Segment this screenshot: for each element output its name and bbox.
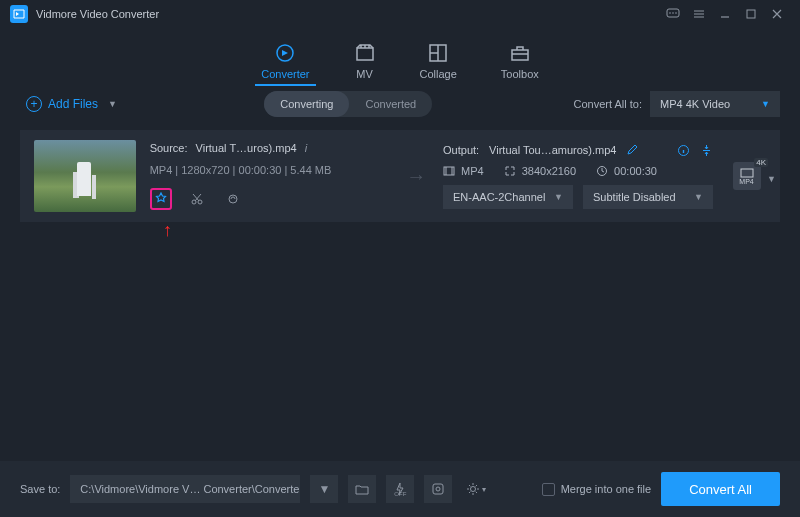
output-profile-button[interactable]: 4K MP4 ▼ [727,162,766,190]
video-thumbnail[interactable] [34,140,136,212]
svg-rect-16 [433,484,443,494]
edit-effects-button[interactable] [150,188,172,210]
collage-icon [427,42,449,64]
save-to-label: Save to: [20,483,60,495]
settings-button[interactable]: ▾ [462,475,490,503]
mv-icon [354,42,376,64]
app-title: Vidmore Video Converter [36,8,159,20]
format-value: MP4 4K Video [660,98,730,110]
quality-badge: 4K [754,158,768,167]
svg-point-17 [436,487,440,491]
svg-rect-6 [357,48,373,60]
source-meta: MP4 | 1280x720 | 00:00:30 | 5.44 MB [150,164,390,176]
compress-icon[interactable] [700,144,713,157]
svg-rect-15 [741,169,753,177]
trim-button[interactable] [186,188,208,210]
chevron-down-icon: ▼ [767,174,776,184]
menu-icon[interactable] [686,4,712,24]
close-icon[interactable] [764,4,790,24]
tab-converter[interactable]: Converter [261,42,309,86]
rename-icon[interactable] [626,144,638,156]
maximize-icon[interactable] [738,4,764,24]
arrow-icon: → [404,165,429,188]
converting-tab[interactable]: Converting [264,91,349,117]
svg-rect-8 [512,50,528,60]
svg-point-3 [675,12,677,14]
converted-tab[interactable]: Converted [349,91,432,117]
tab-label: Toolbox [501,68,539,80]
out-duration: 00:00:30 [614,165,657,177]
output-label: Output: [443,144,479,156]
path-dropdown-button[interactable]: ▼ [310,475,338,503]
clock-icon [596,165,608,177]
svg-point-11 [229,195,237,203]
output-format-select[interactable]: MP4 4K Video ▼ [650,91,780,117]
svg-point-2 [672,12,674,14]
merge-label: Merge into one file [561,483,652,495]
task-settings-button[interactable] [424,475,452,503]
audio-select[interactable]: EN-AAC-2Channel▼ [443,185,573,209]
svg-point-18 [471,487,476,492]
convert-all-label: Convert All to: [574,98,642,110]
svg-point-1 [669,12,671,14]
minimize-icon[interactable] [712,4,738,24]
save-path-field[interactable]: C:\Vidmore\Vidmore V… Converter\Converte… [70,475,300,503]
subtitle-select[interactable]: Subtitle Disabled▼ [583,185,713,209]
add-files-label: Add Files [48,97,98,111]
info-output-icon[interactable] [677,144,690,157]
merge-checkbox[interactable]: Merge into one file [542,483,652,496]
output-filename: Virtual Tou…amuros).mp4 [489,144,616,156]
checkbox-icon [542,483,555,496]
tab-label: Collage [420,68,457,80]
converter-icon [274,42,296,64]
convert-all-button[interactable]: Convert All [661,472,780,506]
open-folder-button[interactable] [348,475,376,503]
expand-icon [504,165,516,177]
annotation-arrow: ↑ [163,220,172,241]
out-resolution: 3840x2160 [522,165,576,177]
plus-icon: + [26,96,42,112]
source-filename: Virtual T…uros).mp4 [196,142,297,154]
film-icon [443,165,455,177]
source-label: Source: [150,142,188,154]
info-icon[interactable]: i [305,142,307,154]
add-files-button[interactable]: + Add Files ▼ [20,92,123,116]
tab-collage[interactable]: Collage [420,42,457,86]
status-toggle: Converting Converted [264,91,432,117]
file-item: Source: Virtual T…uros).mp4 i MP4 | 1280… [20,130,780,222]
out-format: MP4 [461,165,484,177]
tab-mv[interactable]: MV [354,42,376,86]
hw-accel-button[interactable]: OFF [386,475,414,503]
svg-rect-4 [747,10,755,18]
app-logo [10,5,28,23]
tab-label: MV [356,68,373,80]
feedback-icon[interactable] [660,4,686,24]
tab-toolbox[interactable]: Toolbox [501,42,539,86]
tab-label: Converter [261,68,309,80]
chevron-down-icon: ▼ [108,99,117,109]
chevron-down-icon: ▼ [761,99,770,109]
enhance-button[interactable] [222,188,244,210]
toolbox-icon [509,42,531,64]
